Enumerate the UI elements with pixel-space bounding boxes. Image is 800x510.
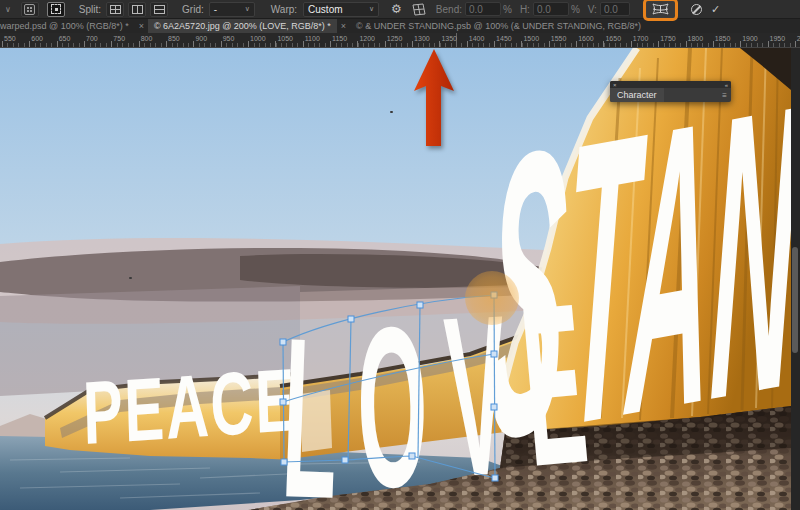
grid-icon	[24, 4, 35, 15]
collapse-icon[interactable]: «	[725, 82, 728, 88]
commit-transform-button[interactable]: ✓	[711, 3, 720, 16]
warp-handles[interactable]	[280, 292, 498, 481]
tab-title: © 6A2A5720.jpg @ 200% (LOVE, RGB/8*) *	[154, 21, 331, 31]
close-tab-icon[interactable]: ×	[135, 21, 148, 31]
h-unit: %	[571, 4, 580, 15]
tab-under-standing-psb[interactable]: © & UNDER STANDING.psb @ 100% (& UNDER S…	[350, 19, 647, 33]
photoshop-window: ∨ Split: Grid: - ∨ Warp: Custom ∨ ⚙	[0, 0, 800, 510]
vertical-scrollbar[interactable]	[791, 48, 800, 510]
anchor-points-icon	[51, 4, 61, 14]
tab-title: © & UNDER STANDING.psb @ 100% (& UNDER S…	[356, 21, 641, 31]
warp-orientation-icon[interactable]	[410, 3, 426, 16]
scrollbar-thumb[interactable]	[792, 247, 798, 353]
warp-preset-dropdown[interactable]: Custom ∨	[303, 2, 379, 17]
grid-size-dropdown[interactable]: - ∨	[209, 2, 255, 17]
split-horizontal-icon	[154, 5, 165, 14]
h-field[interactable]: 0.0	[533, 2, 569, 16]
warp-options-bar: ∨ Split: Grid: - ∨ Warp: Custom ∨ ⚙	[0, 0, 800, 19]
cancel-transform-button[interactable]	[691, 4, 702, 15]
character-panel[interactable]: × « Character ≡	[610, 81, 731, 102]
document-canvas[interactable]: PEACE L O V E STAN	[0, 48, 791, 510]
character-panel-titlebar: × «	[610, 81, 731, 88]
grid-label: Grid:	[182, 4, 204, 15]
grid-overlay-button[interactable]	[21, 2, 39, 17]
character-tab-label: Character	[617, 90, 657, 100]
split-horizontal-button[interactable]	[150, 2, 168, 17]
split-label: Split:	[79, 4, 101, 15]
grid-size-value: -	[214, 4, 217, 15]
bend-field[interactable]: 0.0	[465, 2, 501, 16]
options-chevron-icon[interactable]: ∨	[5, 5, 11, 14]
bend-value: 0.0	[469, 4, 483, 15]
character-panel-tabs: Character ≡	[610, 88, 731, 102]
panel-menu-icon[interactable]: ≡	[722, 91, 727, 100]
close-tab-icon[interactable]: ×	[337, 21, 350, 31]
tab-title: warped.psd @ 100% (RGB/8*) *	[0, 21, 129, 31]
tab-warped-psd[interactable]: warped.psd @ 100% (RGB/8*) *	[0, 19, 135, 33]
warp-mesh-icon	[652, 3, 669, 15]
split-crosswise-button[interactable]	[106, 2, 124, 17]
warp-label: Warp:	[271, 4, 297, 15]
bend-label: Bend:	[436, 4, 462, 15]
red-arrow-annotation	[409, 49, 459, 149]
v-label: V:	[588, 4, 597, 15]
brush-cursor-circle	[465, 271, 519, 325]
close-icon[interactable]: ×	[613, 82, 617, 88]
warp-preset-value: Custom	[308, 4, 342, 15]
document-tab-bar: warped.psd @ 100% (RGB/8*) * × © 6A2A572…	[0, 19, 800, 33]
anchor-points-button[interactable]	[47, 2, 65, 17]
ruler[interactable]: 5506006507007508008509009501000105011001…	[0, 33, 800, 48]
v-value: 0.0	[604, 4, 618, 15]
warp-mesh-overlay[interactable]	[0, 48, 791, 510]
chevron-down-icon: ∨	[369, 5, 374, 13]
bend-unit: %	[503, 4, 512, 15]
v-field[interactable]: 0.0	[600, 2, 630, 16]
toggle-warp-mode-button[interactable]	[646, 1, 675, 18]
h-label: H:	[520, 4, 530, 15]
tab-6a2a5720-jpg[interactable]: © 6A2A5720.jpg @ 200% (LOVE, RGB/8*) *	[148, 19, 337, 33]
gear-icon[interactable]: ⚙	[391, 3, 402, 15]
split-crosswise-icon	[110, 5, 121, 14]
split-vertical-button[interactable]	[128, 2, 146, 17]
split-vertical-icon	[132, 5, 143, 14]
h-value: 0.0	[537, 4, 551, 15]
tab-character[interactable]: Character	[610, 88, 664, 102]
chevron-down-icon: ∨	[245, 5, 250, 13]
